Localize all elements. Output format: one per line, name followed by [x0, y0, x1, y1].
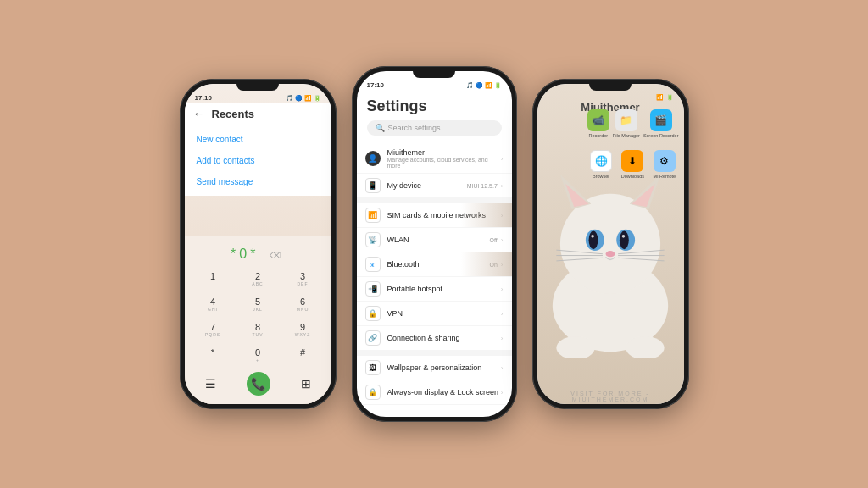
settings-item-wallpaper[interactable]: 🖼 Wallpaper & personalization ›	[357, 356, 512, 380]
app-recorder[interactable]: 📹 Recorder	[587, 109, 609, 138]
wallpaper-chevron: ›	[501, 364, 504, 372]
settings-item-device[interactable]: 📱 My device MIUI 12.5.7 ›	[357, 174, 512, 198]
new-contact-action[interactable]: New contact	[185, 129, 331, 150]
notch-2	[413, 71, 455, 78]
notch-3	[589, 84, 632, 91]
dialpad-icon[interactable]: ⊞	[301, 377, 311, 391]
connection-icon: 🔗	[365, 330, 381, 346]
file-manager-icon: 📁	[615, 109, 637, 131]
dial-key-0[interactable]: 0+	[236, 343, 280, 367]
app-downloads[interactable]: ⬇ Downloads	[621, 150, 644, 179]
settings-title: Settings	[367, 97, 502, 115]
hotspot-text: Portable hotspot	[387, 285, 501, 293]
add-contacts-action[interactable]: Add to contacts	[185, 150, 331, 171]
dial-key-5[interactable]: 5JKL	[236, 292, 280, 316]
dial-key-star[interactable]: *	[192, 343, 235, 367]
wallpaper-label: Wallpaper & personalization	[387, 363, 501, 372]
account-label: Miuithemer	[387, 148, 501, 157]
dial-key-4[interactable]: 4GHI	[192, 292, 235, 316]
file-manager-label: File Manager	[613, 133, 640, 138]
wlan-label: WLAN	[387, 236, 490, 244]
sim-icon: 📶	[365, 208, 381, 223]
settings-item-connection[interactable]: 🔗 Connection & sharing ›	[357, 326, 512, 351]
hotspot-chevron: ›	[501, 286, 504, 293]
downloads-label: Downloads	[621, 174, 644, 179]
dial-key-2[interactable]: 2ABC	[236, 267, 280, 291]
aod-icon: 🔒	[365, 385, 381, 400]
dial-key-3[interactable]: 3DEF	[281, 267, 325, 291]
app-screen-recorder[interactable]: 🎬 Screen Recorder	[643, 109, 679, 138]
app-file-manager[interactable]: 📁 File Manager	[613, 109, 640, 138]
dialer-section: *0* ⌫ 1 2ABC 3DEF 4GHI 5JKL 6MNO 7PQRS 8…	[185, 236, 331, 404]
bluetooth-chevron: ›	[501, 261, 504, 269]
browser-icon: 🌐	[590, 150, 612, 172]
phone-1-screen: 17:10 🎵 🔵 📶 🔋 ← Recents New contact Add …	[185, 84, 331, 404]
screen-recorder-icon: 🎬	[650, 109, 672, 131]
settings-item-wlan[interactable]: 📡 WLAN Off ›	[357, 228, 512, 252]
bluetooth-status: On	[489, 262, 497, 268]
dial-grid: 1 2ABC 3DEF 4GHI 5JKL 6MNO 7PQRS 8TUV 9W…	[190, 265, 326, 369]
wallpaper-text: Wallpaper & personalization	[387, 363, 501, 372]
phones-container: 17:10 🎵 🔵 📶 🔋 ← Recents New contact Add …	[163, 49, 706, 439]
phone-1-bg: 17:10 🎵 🔵 📶 🔋 ← Recents New contact Add …	[185, 84, 331, 404]
vpn-chevron: ›	[501, 310, 504, 318]
aod-chevron: ›	[501, 389, 504, 396]
menu-icon[interactable]: ☰	[205, 377, 216, 391]
svg-point-25	[622, 235, 626, 238]
connection-label: Connection & sharing	[387, 334, 501, 342]
account-chevron: ›	[501, 155, 504, 163]
account-icon: 👤	[365, 151, 381, 166]
dial-key-7[interactable]: 7PQRS	[192, 318, 235, 341]
dial-key-6[interactable]: 6MNO	[281, 292, 325, 316]
vpn-icon: 🔒	[365, 306, 381, 321]
dial-key-8[interactable]: 8TUV	[236, 318, 280, 341]
app-mi-remote[interactable]: ⚙ Mi Remote	[654, 150, 676, 179]
connection-text: Connection & sharing	[387, 334, 501, 342]
status-icons-1: 🎵 🔵 📶 🔋	[286, 95, 321, 102]
sim-text: SIM cards & mobile networks	[387, 211, 501, 219]
svg-point-26	[606, 251, 615, 257]
search-placeholder: Search settings	[388, 124, 441, 132]
vpn-text: VPN	[387, 309, 501, 318]
app-grid: 📹 Recorder 📁 File Manager 🎬 Screen Recor…	[587, 109, 679, 184]
app-row-1: 📹 Recorder 📁 File Manager 🎬 Screen Recor…	[587, 109, 679, 138]
bluetooth-label: Bluetooth	[387, 260, 490, 269]
svg-point-24	[591, 235, 594, 238]
settings-item-bluetooth[interactable]: ⁎ Bluetooth On ›	[357, 252, 512, 277]
watermark: VISIT FOR MORE - MIUITHEMER.COM	[537, 389, 684, 404]
send-message-action[interactable]: Send message	[185, 171, 331, 192]
dial-key-9[interactable]: 9WXYZ	[281, 318, 325, 341]
phone-2-screen: 17:10 🎵 🔵 📶 🔋 Settings 🔍 Search settings	[357, 71, 512, 417]
time-2: 17:10	[367, 81, 384, 89]
svg-point-15	[560, 194, 660, 294]
recents-title: Recents	[212, 108, 255, 120]
search-bar[interactable]: 🔍 Search settings	[367, 120, 502, 136]
recents-content: New contact Add to contacts Send message	[185, 125, 331, 196]
settings-item-vpn[interactable]: 🔒 VPN ›	[357, 302, 512, 326]
settings-item-aod[interactable]: 🔒 Always-on display & Lock screen ›	[357, 380, 512, 405]
settings-item-hotspot[interactable]: 📲 Portable hotspot ›	[357, 277, 512, 302]
call-button[interactable]: 📞	[247, 372, 270, 396]
settings-item-sim[interactable]: 📶 SIM cards & mobile networks ›	[357, 203, 512, 228]
account-sub: Manage accounts, cloud services, and mor…	[387, 157, 501, 169]
device-badge: MIUI 12.5.7	[467, 183, 498, 189]
recorder-label: Recorder	[589, 133, 609, 138]
status-icons-2: 🎵 🔵 📶 🔋	[466, 82, 502, 89]
browser-label: Browser	[593, 174, 609, 179]
app-browser[interactable]: 🌐 Browser	[590, 150, 612, 179]
mi-remote-label: Mi Remote	[654, 174, 676, 179]
mi-remote-icon: ⚙	[654, 150, 676, 172]
dial-key-hash[interactable]: #	[281, 343, 325, 367]
settings-screen: 17:10 🎵 🔵 📶 🔋 Settings 🔍 Search settings	[357, 71, 512, 417]
settings-title-area: Settings 🔍 Search settings	[357, 91, 512, 144]
device-text: My device	[387, 181, 467, 190]
dial-key-1[interactable]: 1	[192, 267, 235, 291]
screen-recorder-label: Screen Recorder	[643, 133, 679, 138]
settings-item-account[interactable]: 👤 Miuithemer Manage accounts, cloud serv…	[357, 144, 512, 174]
back-arrow[interactable]: ←	[193, 107, 205, 120]
svg-point-23	[620, 230, 629, 249]
notch-1	[236, 84, 279, 91]
time-1: 17:10	[195, 94, 212, 102]
device-icon: 📱	[365, 178, 381, 193]
phone-2: 17:10 🎵 🔵 📶 🔋 Settings 🔍 Search settings	[352, 66, 517, 422]
